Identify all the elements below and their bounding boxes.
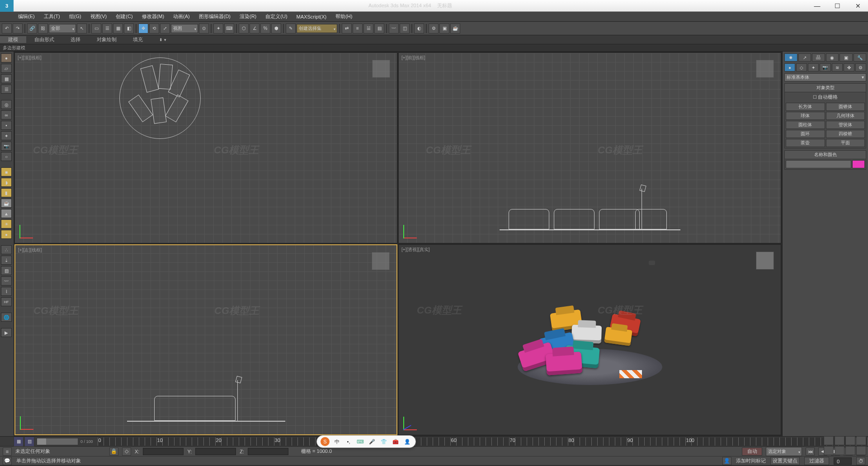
align-button[interactable]: ≡ [353,24,363,33]
helpers-cat-icon[interactable]: ≋ [832,63,843,71]
select-name-button[interactable]: ☰ [102,24,112,33]
ribbon-tab-populate[interactable]: 填充 [125,36,151,43]
set-key-button[interactable]: 设置关键点 [770,457,800,465]
tool-dot-icon[interactable]: • [1,121,12,130]
layer-manager-button[interactable]: ▤ [374,24,384,33]
viewport-perspective[interactable]: [+][透视][真实] CG模型王 CG模型王 [398,244,781,435]
primitive-sphere-button[interactable]: 球体 [786,112,825,120]
menu-rendering[interactable]: 渲染(R) [235,13,261,20]
unlink-button[interactable]: ⛓ [38,24,48,33]
z-coord-input[interactable] [248,448,288,455]
fov-icon[interactable] [845,436,855,445]
viewport-front[interactable]: [+][前][线框] CG模型王 CG模型王 [398,52,781,243]
edit-named-sel-button[interactable]: ✎ [286,24,296,33]
zoom-region-icon[interactable] [824,446,834,455]
primitive-plane-button[interactable]: 平面 [826,139,865,147]
ime-keyboard-icon[interactable]: ⌨ [356,437,365,446]
cameras-cat-icon[interactable]: 📷 [820,63,830,71]
selection-filter-combo[interactable]: 全部 [49,24,76,33]
lock-selection-icon[interactable]: 🔒 [109,447,118,456]
current-frame-input[interactable]: 0 [834,457,852,465]
keyfilter-combo[interactable]: 选定对象 [766,447,802,456]
timeline-config2-icon[interactable]: ▥ [24,437,34,447]
viewport-label[interactable]: [+][前][线框] [401,55,425,61]
percent-snap-button[interactable]: % [260,24,270,33]
ime-toolbox-icon[interactable]: 🧰 [391,437,400,446]
tool-box-yellow-icon[interactable]: ■ [1,167,12,176]
tool-target-icon[interactable]: ◎ [1,100,12,109]
comm-center-icon[interactable]: 👤 [722,457,731,465]
tool-plane-icon[interactable]: ▱ [1,64,12,73]
material-editor-button[interactable]: ◐ [414,24,424,33]
lights-cat-icon[interactable]: ✦ [808,63,819,71]
timeline-config-icon[interactable]: ▦ [14,437,24,447]
menu-help[interactable]: 帮助(H) [331,13,357,20]
tool-deflector-icon[interactable]: ▨ [1,266,12,275]
tool-sun-icon[interactable]: ☀ [1,219,12,228]
manipulate-button[interactable]: ✦ [213,24,223,33]
named-selection-combo[interactable]: 创建选择集 [297,24,337,33]
tool-globe-icon[interactable]: 🌐 [1,313,12,322]
geometry-cat-icon[interactable]: ● [784,63,795,71]
menu-modifiers[interactable]: 修改器(M) [137,13,169,20]
menu-graph-editors[interactable]: 图形编辑器(D) [194,13,235,20]
minimize-button[interactable]: — [807,0,827,12]
create-tab-icon[interactable]: ✹ [784,53,797,62]
spacewarps-cat-icon[interactable]: ✤ [844,63,854,71]
redo-button[interactable]: ↷ [13,24,23,33]
viewcube-icon[interactable] [756,60,774,78]
menu-animation[interactable]: 动画(A) [169,13,194,20]
y-coord-input[interactable] [195,448,236,455]
primitive-tube-button[interactable]: 管状体 [826,121,865,129]
tool-cylinder-icon[interactable]: ▮ [1,188,12,197]
menu-views[interactable]: 视图(V) [86,13,112,20]
modify-tab-icon[interactable]: ↗ [798,53,811,62]
rotate-button[interactable]: ⟲ [149,24,159,33]
zoom-icon[interactable] [835,436,844,445]
tool-hf-icon[interactable]: HF [1,297,12,306]
prompt-icon[interactable]: 💬 [3,457,12,465]
ref-coord-combo[interactable]: 视图 [171,24,198,33]
tool-camera-icon[interactable]: 📷 [1,142,12,151]
goto-start-icon[interactable]: ⏮ [806,447,815,456]
viewport-label[interactable]: [+][顶][线框] [18,55,42,61]
tool-circle-icon[interactable]: ○ [1,152,12,161]
select-object-button[interactable]: ▭ [91,24,101,33]
object-name-input[interactable] [786,160,851,168]
object-type-rollout[interactable]: 对象类型 [785,84,866,92]
zoom-extents-icon[interactable] [856,436,866,445]
primitive-cylinder-button[interactable]: 圆柱体 [786,121,825,129]
primitive-box-button[interactable]: 长方体 [786,103,825,111]
primitive-teapot-button[interactable]: 茶壶 [786,139,825,147]
tool-cone-icon[interactable]: ▲ [1,209,12,218]
ime-logo-icon[interactable]: S [321,437,330,446]
hierarchy-tab-icon[interactable]: 品 [812,53,825,62]
ribbon-expand-icon[interactable]: ⬍ ▾ [151,38,175,42]
tool-sphere-icon[interactable]: ● [1,53,12,62]
autokey-button[interactable]: 自动 [742,447,762,456]
viewport-label[interactable]: [+][透视][真实] [401,247,430,253]
menu-tools[interactable]: 工具(T) [39,13,65,20]
mirror-button[interactable]: ⇄ [342,24,352,33]
render-setup-button[interactable]: ⚙ [429,24,439,33]
primitive-pyramid-button[interactable]: 四棱锥 [826,130,865,138]
render-frame-button[interactable]: ▣ [439,24,449,33]
timeline-ruler[interactable]: 01020 304050 607080 90100 [98,437,868,446]
shapes-cat-icon[interactable]: ◇ [796,63,807,71]
viewcube-icon[interactable] [372,60,390,78]
tool-spacewarp-icon[interactable]: 〰 [1,276,12,285]
display-tab-icon[interactable]: ▣ [840,53,853,62]
primitive-cone-button[interactable]: 圆锥体 [826,103,865,111]
x-coord-input[interactable] [143,448,184,455]
viewport-label[interactable]: [+][左][线框] [18,247,42,253]
systems-cat-icon[interactable]: ⚙ [855,63,866,71]
ime-skin-icon[interactable]: 👕 [379,437,388,446]
menu-edit[interactable]: 编辑(E) [14,13,39,20]
pan-icon[interactable] [824,436,834,445]
tool-teapot-icon[interactable]: ☕ [1,199,12,208]
link-button[interactable]: 🔗 [27,24,37,33]
viewport-top[interactable]: [+][顶][线框] CG模型王 CG模型王 [14,52,397,243]
menu-customize[interactable]: 自定义(U) [261,13,292,20]
ime-voice-icon[interactable]: 🎤 [368,437,377,446]
script-listener-icon[interactable]: ≡ [3,447,12,456]
